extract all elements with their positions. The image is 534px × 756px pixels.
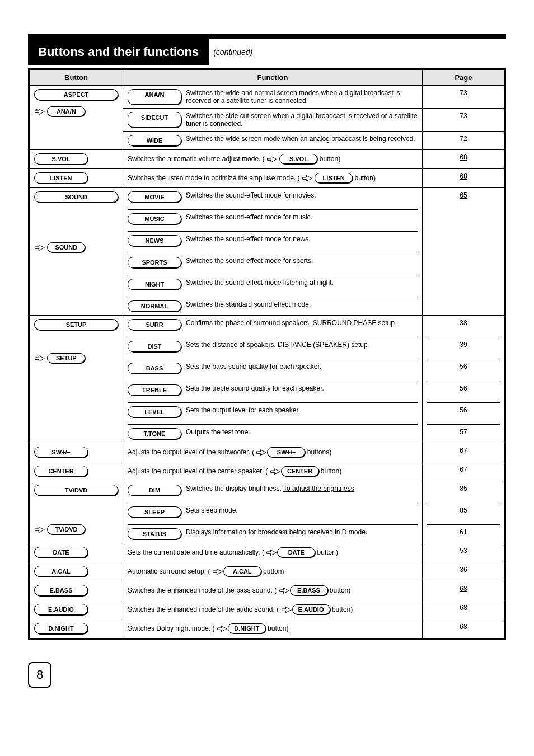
sub-button[interactable]: NORMAL	[128, 300, 181, 312]
page-cell: 72	[423, 132, 505, 150]
page-link[interactable]: 65	[460, 191, 467, 199]
function-tail: button)	[332, 605, 353, 613]
function-cell: SURRConfirms the phase of surround speak…	[123, 316, 423, 334]
sub-button[interactable]: T.TONE	[128, 428, 181, 439]
function-tail: button)	[330, 586, 350, 594]
page-cell: 56	[423, 355, 505, 377]
sub-button[interactable]: TREBLE	[128, 384, 181, 396]
page-link[interactable]: 68	[460, 623, 467, 631]
page-link[interactable]: 68	[460, 604, 467, 612]
function-text: Sets sleep mode.	[186, 506, 418, 518]
page-link[interactable]: 68	[460, 585, 467, 593]
sub-button[interactable]: ANA/N	[128, 89, 181, 105]
function-tail: button)	[268, 624, 288, 632]
function-cell: NORMALSwitches the standard sound effect…	[123, 293, 423, 316]
hand-icon	[34, 242, 45, 253]
sub-button[interactable]: LEVEL	[128, 406, 181, 417]
sub-button[interactable]: SPORTS	[128, 257, 181, 268]
button-tvdvd[interactable]: TV/DVD	[34, 485, 118, 496]
function-cell: STATUSDisplays information for broadcast…	[123, 521, 423, 543]
sub-button[interactable]: MOVIE	[128, 191, 181, 203]
button-ebass[interactable]: E.BASS	[34, 585, 88, 596]
ref-button[interactable]: D.NIGHT	[228, 623, 266, 633]
ref-button[interactable]: DATE	[277, 547, 315, 557]
function-text: Outputs the test tone.	[186, 428, 418, 439]
button-svol[interactable]: S.VOL	[34, 153, 88, 165]
function-cell: Sets the current date and time automatic…	[123, 543, 423, 562]
function-cell: SLEEPSets sleep mode.	[123, 499, 423, 521]
function-text: Sets the distance of speakers. DISTANCE …	[186, 341, 418, 352]
page-cell: 53	[423, 543, 505, 562]
ref-button[interactable]: TV/DVD	[47, 524, 85, 534]
function-cell: LEVELSets the output level for each spea…	[123, 399, 423, 421]
function-cell: Adjusts the output level of the center s…	[123, 462, 423, 481]
page-cell: 67	[423, 443, 505, 462]
page-cell: 85	[423, 499, 505, 521]
table-row: SETUP SETUP SURRConfirms the phase of su…	[29, 316, 505, 334]
button-date[interactable]: DATE	[34, 547, 88, 558]
page-cell: 68	[423, 581, 505, 600]
function-cell: Switches the enhanced mode of the audio …	[123, 600, 423, 619]
button-aspect[interactable]: ASPECT	[34, 89, 118, 100]
table-row: ASPECT ANA/N ANA/N Switches the wide and…	[29, 86, 505, 109]
ref-button[interactable]: LISTEN	[315, 173, 353, 183]
ref-button[interactable]: E.BASS	[290, 585, 328, 595]
sub-button[interactable]: BASS	[128, 363, 181, 374]
page-cell: 39	[423, 334, 505, 355]
page-cell: 56	[423, 377, 505, 399]
function-cell: Switches the automatic volume adjust mod…	[123, 150, 423, 169]
function-text: Displays information for broadcast being…	[186, 528, 418, 539]
ref-button[interactable]: E.AUDIO	[292, 604, 330, 614]
sub-button[interactable]: NEWS	[128, 235, 181, 246]
function-text: Switches the display brightness. To adju…	[186, 485, 418, 496]
function-text: Sets the treble sound quality for each s…	[186, 384, 418, 396]
button-listen[interactable]: LISTEN	[34, 172, 88, 184]
function-text: Switches the listen mode to optimize the…	[128, 174, 299, 182]
sub-button[interactable]: STATUS	[128, 528, 181, 539]
ref-button[interactable]: CENTER	[281, 466, 319, 476]
ref-button[interactable]: SW+/–	[267, 447, 305, 457]
sub-button[interactable]: WIDE	[128, 135, 181, 146]
button-cell: SETUP SETUP	[29, 316, 123, 443]
page-cell: 61	[423, 521, 505, 543]
button-eaudio[interactable]: E.AUDIO	[34, 604, 88, 615]
function-tail: button)	[320, 155, 340, 163]
sub-button[interactable]: SIDECUT	[128, 112, 181, 128]
sub-button[interactable]: NIGHT	[128, 279, 181, 290]
button-center[interactable]: CENTER	[34, 466, 88, 477]
sub-button[interactable]: DIST	[128, 341, 181, 352]
function-cell: SPORTSSwitches the sound-effect mode for…	[123, 250, 423, 271]
hand-icon	[34, 353, 45, 364]
function-tail: button)	[321, 467, 341, 475]
page-cell: 73	[423, 109, 505, 132]
button-dnight[interactable]: D.NIGHT	[34, 623, 88, 634]
section-ref[interactable]: DISTANCE (SPEAKER) setup	[278, 341, 368, 349]
button-cell: SW+/–	[29, 443, 123, 462]
sub-button[interactable]: MUSIC	[128, 213, 181, 224]
ref-button[interactable]: S.VOL	[279, 154, 317, 164]
ref-button[interactable]: A.CAL	[223, 566, 261, 576]
function-text: Sets the output level for each speaker.	[186, 406, 418, 417]
sub-button[interactable]: SLEEP	[128, 506, 181, 518]
page-link[interactable]: 68	[460, 153, 467, 161]
ref-button[interactable]: SOUND	[47, 242, 85, 252]
ref-button[interactable]: ANA/N	[47, 106, 85, 116]
page-link[interactable]: 68	[460, 172, 467, 180]
function-cell: TREBLESets the treble sound quality for …	[123, 377, 423, 399]
function-text: Sets the bass sound quality for each spe…	[186, 363, 418, 374]
function-cell: Adjusts the output level of the subwoofe…	[123, 443, 423, 462]
sub-button[interactable]: SURR	[128, 319, 181, 330]
hand-icon	[266, 153, 278, 165]
page-cell: 65	[423, 188, 505, 316]
button-setup[interactable]: SETUP	[34, 319, 118, 330]
section-ref[interactable]: To adjust the brightness	[283, 485, 354, 492]
sub-button[interactable]: DIM	[128, 485, 181, 496]
button-acal[interactable]: A.CAL	[34, 566, 88, 577]
function-text: Switches the sound-effect mode listening…	[186, 279, 418, 290]
button-sound[interactable]: SOUND	[34, 191, 118, 203]
section-ref[interactable]: SURROUND PHASE setup	[313, 319, 395, 327]
button-sw[interactable]: SW+/–	[34, 447, 88, 458]
ref-button[interactable]: SETUP	[47, 353, 85, 363]
hand-icon	[302, 172, 313, 184]
function-tail: button)	[317, 548, 338, 556]
